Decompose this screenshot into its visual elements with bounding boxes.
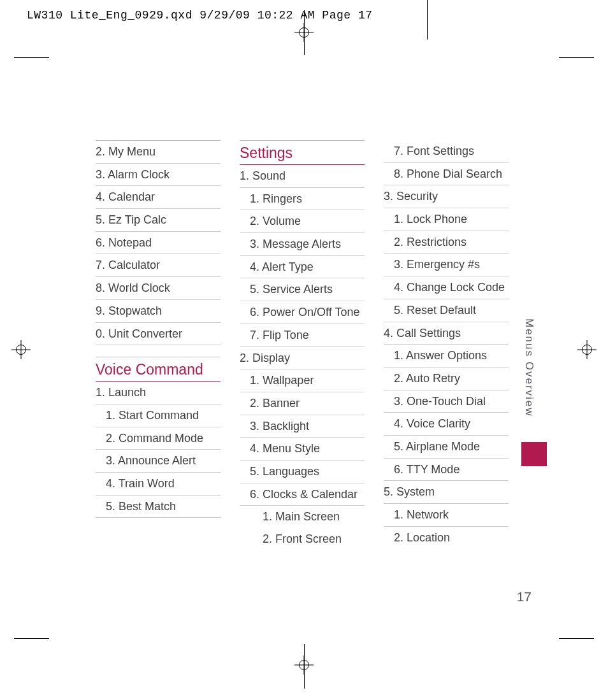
menu-subitem: 5. Service Alerts — [240, 278, 365, 301]
menu-subitem: 2. Banner — [240, 392, 365, 415]
menu-subitem: 3. Message Alerts — [240, 233, 365, 256]
menu-item: 1. Launch — [96, 382, 221, 404]
menu-list-settings-cont: 7. Font Settings8. Phone Dial Search3. S… — [384, 140, 509, 548]
column-2: Settings 1. Sound1. Ringers2. Volume3. M… — [240, 140, 365, 550]
prepress-slug: LW310 Lite_Eng_0929.qxd 9/29/09 10:22 AM… — [27, 9, 372, 22]
menu-subitem: 4. Menu Style — [240, 438, 365, 461]
menu-subitem: 4. Change Lock Code — [384, 276, 509, 299]
menu-item: 5. System — [384, 481, 509, 504]
section-heading-settings: Settings — [240, 140, 365, 165]
menu-item: 9. Stopwatch — [96, 300, 221, 323]
menu-item: 2. My Menu — [96, 141, 221, 164]
menu-item: 1. Sound — [240, 165, 365, 188]
menu-subitem: 7. Flip Tone — [240, 324, 365, 347]
menu-list-voice-command: 1. Launch — [96, 382, 221, 404]
menu-subitem: 4. Train Word — [96, 473, 221, 496]
menu-subitem: 1. Wallpaper — [240, 369, 365, 392]
crop-mark — [14, 57, 49, 58]
menu-item: 3. Alarm Clock — [96, 164, 221, 187]
menu-subitem: 3. Emergency #s — [384, 254, 509, 276]
crop-guide-top — [427, 0, 428, 39]
menu-item: 5. Ez Tip Calc — [96, 209, 221, 232]
menu-item: 0. Unit Converter — [96, 323, 221, 346]
menu-item: 7. Calculator — [96, 254, 221, 277]
registration-mark-right — [577, 340, 597, 359]
menu-item: 6. Notepad — [96, 232, 221, 255]
menu-item: 4. Call Settings — [384, 322, 509, 345]
page-number: 17 — [517, 589, 532, 604]
menu-subitem: 3. One-Touch Dial — [384, 390, 509, 413]
menu-subitem: 4. Alert Type — [240, 256, 365, 279]
menu-subitem: 2. Auto Retry — [384, 368, 509, 390]
column-1: 2. My Menu3. Alarm Clock4. Calendar5. Ez… — [96, 140, 221, 550]
menu-subitem: 8. Phone Dial Search — [384, 163, 509, 186]
menu-subitem: 1. Lock Phone — [384, 208, 509, 231]
crop-mark — [559, 57, 594, 58]
menu-item: 4. Calendar — [96, 186, 221, 209]
menu-subitem: 4. Voice Clarity — [384, 413, 509, 436]
column-3: 7. Font Settings8. Phone Dial Search3. S… — [384, 140, 509, 550]
menu-subitem: 1. Answer Options — [384, 345, 509, 368]
menu-subitem: 2. Restrictions — [384, 231, 509, 254]
menu-subitem: 2. Volume — [240, 210, 365, 233]
menu-subitem: 1. Ringers — [240, 188, 365, 211]
menu-subitem: 1. Network — [384, 504, 509, 527]
menu-sublist-launch: 1. Start Command2. Command Mode3. Announ… — [96, 404, 221, 518]
menu-subitem: 6. Clocks & Calendar — [240, 483, 365, 506]
crop-mark — [14, 638, 49, 639]
section-heading-voice-command: Voice Command — [96, 357, 221, 382]
menu-subitem: 5. Languages — [240, 461, 365, 483]
side-tab-label: Menus Overview — [523, 318, 535, 417]
menu-subitem: 6. Power On/Off Tone — [240, 301, 365, 324]
menu-subitem: 3. Announce Alert — [96, 450, 221, 473]
menu-subitem: 1. Start Command — [96, 404, 221, 427]
menu-subitem: 3. Backlight — [240, 415, 365, 438]
menu-subitem: 5. Best Match — [96, 496, 221, 518]
menu-item: 8. World Clock — [96, 277, 221, 300]
registration-mark-left — [11, 340, 31, 359]
menu-item: 3. Security — [384, 185, 509, 208]
crop-mark — [559, 638, 594, 639]
guide-vertical-top — [304, 10, 305, 55]
page-content: 2. My Menu3. Alarm Clock4. Calendar5. Ez… — [96, 140, 509, 550]
menu-list-tools: 2. My Menu3. Alarm Clock4. Calendar5. Ez… — [96, 140, 221, 345]
menu-subitem: 5. Reset Default — [384, 299, 509, 322]
menu-subitem: 2. Front Screen — [240, 528, 365, 550]
menu-subitem: 2. Command Mode — [96, 427, 221, 450]
menu-subitem: 1. Main Screen — [240, 506, 365, 528]
menu-subitem: 7. Font Settings — [384, 140, 509, 163]
side-tab-marker — [521, 442, 547, 466]
menu-subitem: 2. Location — [384, 527, 509, 549]
guide-vertical-bottom — [304, 644, 305, 689]
menu-subitem: 6. TTY Mode — [384, 459, 509, 482]
menu-item: 2. Display — [240, 347, 365, 370]
menu-list-settings: 1. Sound1. Ringers2. Volume3. Message Al… — [240, 165, 365, 550]
menu-subitem: 5. Airplane Mode — [384, 436, 509, 459]
